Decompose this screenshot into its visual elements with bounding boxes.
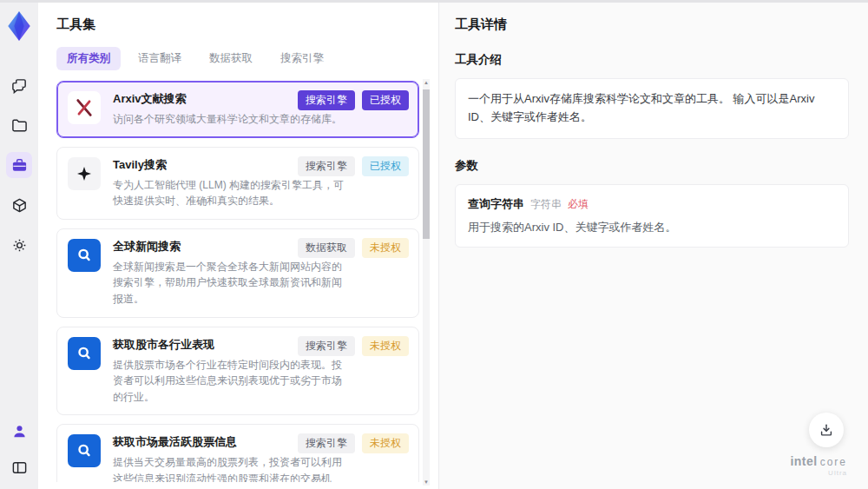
rail-bottom — [6, 418, 32, 480]
tool-card-global-news[interactable]: 全球新闻搜索 全球新闻搜索是一个聚合全球各大新闻网站内容的搜索引擎，帮助用户快速… — [56, 228, 419, 318]
icon-rail — [0, 3, 38, 489]
tool-card-tavily[interactable]: Tavily搜索 专为人工智能代理 (LLM) 构建的搜索引擎工具，可快速提供实… — [56, 147, 419, 220]
tool-description: 访问各个研究领域大量科学论文和文章的存储库。 — [113, 111, 349, 128]
search-q-icon — [68, 239, 101, 272]
search-q-icon — [68, 337, 101, 370]
gear-icon — [11, 237, 28, 254]
folder-icon — [11, 117, 28, 134]
tool-card-arxiv[interactable]: Arxiv文献搜索 访问各个研究领域大量科学论文和文章的存储库。 搜索引擎 已授… — [56, 81, 419, 138]
param-description: 用于搜索的Arxiv ID、关键字或作者姓名。 — [468, 220, 836, 235]
user-icon — [11, 423, 28, 439]
category-tabs: 所有类别 语言翻译 数据获取 搜索引擎 — [56, 47, 438, 70]
tab-search-engine[interactable]: 搜索引擎 — [270, 47, 334, 70]
auth-status-badge: 未授权 — [362, 238, 409, 258]
scroll-up-arrow[interactable]: ▲ — [424, 79, 429, 86]
download-icon — [819, 422, 834, 438]
tool-description: 专为人工智能代理 (LLM) 构建的搜索引擎工具，可快速提供实时、准确和真实的结… — [113, 177, 349, 209]
tab-data-fetch[interactable]: 数据获取 — [199, 47, 263, 70]
scrollbar-thumb[interactable] — [423, 89, 430, 239]
tool-list: Arxiv文献搜索 访问各个研究领域大量科学论文和文章的存储库。 搜索引擎 已授… — [56, 81, 419, 482]
chat-nav-button[interactable] — [6, 72, 32, 98]
intro-heading: 工具介绍 — [455, 52, 849, 68]
list-scrollbar[interactable]: ▲ ▼ — [423, 79, 430, 486]
tavily-star-icon — [68, 157, 101, 190]
intel-core-logo: intel core Ultra — [790, 454, 847, 477]
intro-text: 一个用于从Arxiv存储库搜索科学论文和文章的工具。 输入可以是Arxiv ID… — [468, 90, 836, 127]
category-tag[interactable]: 搜索引擎 — [298, 90, 355, 110]
arxiv-logo-icon — [68, 91, 101, 124]
param-box: 查询字符串 字符串 必填 用于搜索的Arxiv ID、关键字或作者姓名。 — [455, 184, 849, 248]
tool-card-sector-performance[interactable]: 获取股市各行业表现 提供股票市场各个行业在特定时间段内的表现。投资者可以利用这些… — [56, 327, 419, 416]
intro-box: 一个用于从Arxiv存储库搜索科学论文和文章的工具。 输入可以是Arxiv ID… — [455, 78, 849, 139]
files-nav-button[interactable] — [6, 112, 32, 138]
category-tag[interactable]: 搜索引擎 — [298, 336, 355, 356]
detail-title: 工具详情 — [455, 17, 849, 33]
toolbox-icon — [11, 157, 28, 174]
auth-status-badge: 未授权 — [362, 336, 409, 356]
tool-detail-panel: 工具详情 工具介绍 一个用于从Arxiv存储库搜索科学论文和文章的工具。 输入可… — [438, 3, 868, 489]
tool-description: 全球新闻搜索是一个聚合全球各大新闻网站内容的搜索引擎，帮助用户快速获取全球最新资… — [113, 259, 349, 307]
page-title: 工具集 — [56, 17, 438, 33]
tool-card-active-stocks[interactable]: 获取市场最活跃股票信息 提供当天交易量最高的股票列表，投资者可以利用这些信息来识… — [56, 424, 419, 482]
app-window: 工具集 所有类别 语言翻译 数据获取 搜索引擎 Arxiv文献搜索 访问各个研究… — [0, 0, 868, 489]
category-tag[interactable]: 数据获取 — [298, 238, 355, 258]
tab-language-translation[interactable]: 语言翻译 — [128, 47, 192, 70]
core-brand-text: core — [820, 456, 847, 468]
chat-icon — [11, 77, 28, 94]
packages-nav-button[interactable] — [6, 192, 32, 218]
auth-status-badge: 未授权 — [362, 433, 409, 453]
params-heading: 参数 — [455, 158, 849, 174]
account-button[interactable] — [6, 418, 32, 444]
param-required-badge: 必填 — [568, 197, 589, 212]
panel-toggle-icon — [11, 459, 28, 476]
intel-brand-text: intel — [790, 454, 817, 468]
rail-nav — [6, 72, 32, 258]
param-type: 字符串 — [530, 197, 562, 212]
tool-list-panel: 工具集 所有类别 语言翻译 数据获取 搜索引擎 Arxiv文献搜索 访问各个研究… — [38, 3, 438, 489]
collapse-sidebar-button[interactable] — [6, 454, 32, 480]
package-icon — [11, 197, 28, 214]
search-q-icon — [68, 434, 101, 467]
tab-all-categories[interactable]: 所有类别 — [56, 47, 121, 70]
download-button[interactable] — [809, 413, 844, 447]
tools-nav-button[interactable] — [6, 152, 32, 178]
tool-description: 提供当天交易量最高的股票列表，投资者可以利用这些信息来识别流动性强的股票和潜在的… — [113, 454, 349, 482]
scroll-down-arrow[interactable]: ▼ — [424, 479, 429, 486]
app-logo[interactable] — [4, 10, 34, 43]
auth-status-badge: 已授权 — [362, 90, 409, 110]
auth-status-badge: 已授权 — [362, 156, 409, 176]
param-name: 查询字符串 — [468, 196, 524, 212]
ultra-brand-text: Ultra — [790, 469, 847, 477]
category-tag[interactable]: 搜索引擎 — [298, 156, 355, 176]
tool-description: 提供股票市场各个行业在特定时间段内的表现。投资者可以利用这些信息来识别表现优于或… — [113, 357, 349, 406]
settings-nav-button[interactable] — [6, 232, 32, 258]
category-tag[interactable]: 搜索引擎 — [298, 433, 355, 453]
